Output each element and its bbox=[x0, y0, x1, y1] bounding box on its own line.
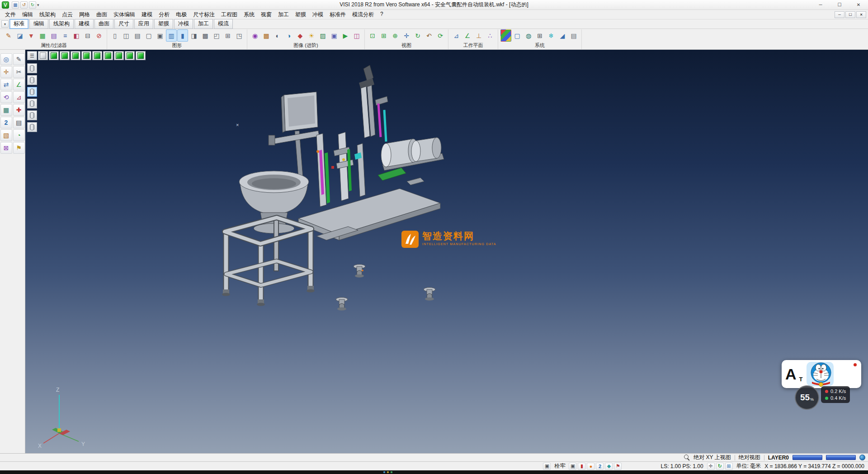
qat-caret-icon[interactable]: ▾ bbox=[37, 3, 39, 7]
cad-viewport-canvas[interactable]: × bbox=[25, 50, 868, 453]
filter-element-icon[interactable]: ◧ bbox=[71, 29, 82, 42]
view-slot-3-icon[interactable] bbox=[27, 87, 37, 97]
menu-item[interactable]: 冲模 bbox=[309, 10, 326, 19]
minimize-button[interactable]: ─ bbox=[811, 0, 830, 9]
menu-item[interactable]: ? bbox=[377, 10, 387, 19]
taskbar-icon[interactable] bbox=[387, 471, 389, 473]
shadow-icon[interactable]: ◐ bbox=[272, 29, 283, 42]
view-left-icon[interactable] bbox=[81, 51, 91, 60]
menu-item[interactable]: 系统 bbox=[241, 10, 258, 19]
flag-icon[interactable]: ⚑ bbox=[614, 463, 622, 470]
workplane-xy-icon[interactable]: ⊿ bbox=[451, 29, 462, 42]
caster-part-1[interactable] bbox=[354, 265, 365, 278]
taskbar-icon[interactable] bbox=[383, 471, 385, 473]
save-file-icon[interactable]: ▦ bbox=[12, 1, 19, 9]
menu-item[interactable]: 实体编辑 bbox=[110, 10, 138, 19]
caster-part-3[interactable] bbox=[424, 288, 435, 301]
menu-item[interactable]: 视窗 bbox=[258, 10, 275, 19]
doc-close-button[interactable]: ✕ bbox=[856, 11, 866, 18]
scissors-tool-icon[interactable]: ✂ bbox=[13, 66, 25, 78]
grid-toggle-icon[interactable]: ⊞ bbox=[725, 463, 733, 470]
tab-machining[interactable]: 加工 bbox=[194, 19, 213, 29]
view-slot-2-icon[interactable] bbox=[27, 75, 37, 85]
zoom-fit-icon[interactable]: ⊡ bbox=[367, 29, 378, 42]
palette-tool-icon[interactable]: ▧ bbox=[0, 129, 12, 141]
copy-attributes-icon[interactable]: ◪ bbox=[14, 29, 25, 42]
tab-die[interactable]: 冲模 bbox=[174, 19, 193, 29]
menu-item[interactable]: 工程图 bbox=[218, 10, 241, 19]
display-settings-icon[interactable]: ▢ bbox=[512, 29, 523, 42]
flag-tool-icon[interactable]: ⚑ bbox=[13, 142, 25, 154]
tab-dimension[interactable]: 尺寸 bbox=[114, 19, 133, 29]
shading-mode-icon[interactable]: ▤ bbox=[132, 29, 143, 42]
texture-icon[interactable]: ▩ bbox=[261, 29, 272, 42]
lock-toggle-icon[interactable]: ▣ bbox=[543, 463, 551, 470]
layers-tool-icon[interactable]: ▤ bbox=[13, 117, 25, 128]
shaded-edges-icon[interactable]: ▥ bbox=[166, 29, 177, 42]
view-isometric-icon[interactable] bbox=[38, 51, 48, 60]
tab-mold[interactable]: 塑膜 bbox=[154, 19, 173, 29]
search-icon[interactable] bbox=[684, 455, 690, 460]
percent-badge[interactable]: 55 % bbox=[795, 385, 819, 410]
wireframe-display-icon[interactable]: ◫ bbox=[121, 29, 132, 42]
previous-view-icon[interactable]: ↶ bbox=[424, 29, 434, 42]
menu-item[interactable]: 加工 bbox=[275, 10, 292, 19]
table-icon[interactable]: ⊞ bbox=[534, 29, 545, 42]
clear-filter-icon[interactable]: ⊘ bbox=[94, 29, 104, 42]
vertical-column[interactable] bbox=[359, 65, 388, 142]
tab-standard[interactable]: 标准 bbox=[9, 19, 28, 29]
viewport[interactable]: × bbox=[25, 50, 868, 453]
draft-angle-icon[interactable]: ◢ bbox=[557, 29, 568, 42]
close-button[interactable]: ✕ bbox=[849, 0, 868, 9]
globe-status-icon[interactable] bbox=[859, 455, 865, 460]
refresh-view-icon[interactable]: ↻ bbox=[716, 463, 724, 470]
network-speed-widget[interactable]: 0.2 K/s 0.4 K/s bbox=[821, 386, 850, 403]
render-quality-icon[interactable]: ◉ bbox=[250, 29, 260, 42]
animation-icon[interactable]: ▶ bbox=[340, 29, 351, 42]
pan-view-icon[interactable]: ✛ bbox=[401, 29, 412, 42]
maximize-button[interactable]: ☐ bbox=[830, 0, 849, 9]
mirror-tool-icon[interactable]: ⇄ bbox=[0, 79, 12, 90]
windows-taskbar[interactable] bbox=[0, 470, 868, 474]
redraw-icon[interactable]: ⟳ bbox=[435, 29, 446, 42]
view-label[interactable]: 绝对视图 bbox=[739, 454, 760, 461]
menu-item[interactable]: 模流分析 bbox=[349, 10, 377, 19]
doc-restore-button[interactable]: ☐ bbox=[845, 11, 855, 18]
menu-item[interactable]: 分析 bbox=[156, 10, 173, 19]
workplane-normal-icon[interactable]: ⊥ bbox=[473, 29, 484, 42]
menu-item[interactable]: 建模 bbox=[138, 10, 156, 19]
axis-tool-icon[interactable]: ✛ bbox=[0, 66, 12, 78]
menu-item[interactable]: 线架构 bbox=[36, 10, 59, 19]
teal-diamond-icon[interactable]: ◆ bbox=[605, 463, 613, 470]
background-icon[interactable]: ▨ bbox=[317, 29, 328, 42]
view-slot-5-icon[interactable] bbox=[27, 110, 37, 120]
menu-item[interactable]: 点云 bbox=[59, 10, 76, 19]
menu-item[interactable]: 尺寸标注 bbox=[190, 10, 218, 19]
numbered-note-icon[interactable]: 2 bbox=[0, 117, 12, 128]
menu-item[interactable]: 网格 bbox=[76, 10, 93, 19]
knife-tool-icon[interactable]: ⊿ bbox=[13, 91, 25, 103]
view-top-icon[interactable] bbox=[49, 51, 59, 60]
reflection-icon[interactable]: ◑ bbox=[283, 29, 294, 42]
section-tool-icon[interactable]: ⊠ bbox=[0, 142, 12, 154]
tab-surface[interactable]: 曲面 bbox=[94, 19, 113, 29]
overlay-card[interactable]: A T bbox=[782, 360, 861, 388]
magnifier-tool-icon[interactable]: ◎ bbox=[0, 53, 12, 65]
caster-part-2[interactable] bbox=[336, 298, 348, 311]
quad-view-icon[interactable]: ◰ bbox=[211, 29, 222, 42]
compass-tool-icon[interactable]: ◔ bbox=[13, 129, 25, 141]
solid-display-icon[interactable]: ▮ bbox=[177, 29, 188, 42]
orange-gear-icon[interactable]: ● bbox=[587, 463, 594, 470]
cad-model[interactable]: × bbox=[222, 65, 444, 311]
section-view-icon[interactable]: ◳ bbox=[234, 29, 245, 42]
probe-tool-icon[interactable]: ✚ bbox=[13, 104, 25, 116]
color-palette-icon[interactable] bbox=[500, 29, 511, 42]
view-mode-field[interactable]: 绝对 XY 上视图 bbox=[693, 454, 731, 461]
active-layer-field[interactable]: LAYER0 bbox=[768, 455, 789, 461]
snap-lock-icon[interactable]: ▣ bbox=[569, 463, 576, 470]
tab-modeling[interactable]: 建模 bbox=[75, 19, 94, 29]
view-back-icon[interactable] bbox=[71, 51, 80, 60]
workplane-3point-icon[interactable]: ∴ bbox=[485, 29, 495, 42]
view-menu-icon[interactable]: ☰ bbox=[27, 51, 37, 60]
menu-item[interactable]: 塑膜 bbox=[292, 10, 309, 19]
